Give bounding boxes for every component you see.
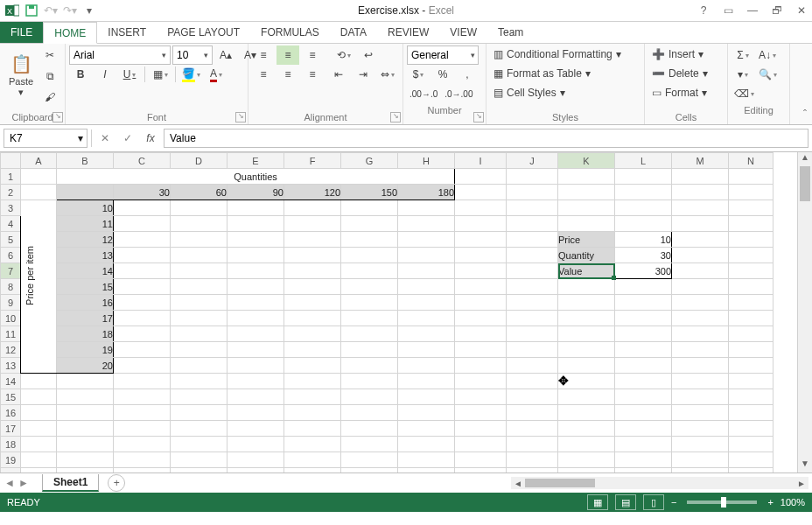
cell-E4[interactable] (228, 216, 284, 232)
cell-J15[interactable] (507, 389, 558, 405)
cell-I11[interactable] (455, 326, 507, 342)
cell-J10[interactable] (507, 311, 558, 326)
cell-L18[interactable] (615, 437, 672, 452)
cell-J13[interactable] (507, 358, 558, 374)
align-bottom-icon[interactable]: ≡ (301, 46, 324, 65)
cell-C20[interactable] (114, 468, 171, 473)
cell-E11[interactable] (228, 326, 284, 342)
increase-decimal-icon[interactable]: .00→.0 (407, 84, 440, 103)
cell-E5[interactable] (228, 232, 284, 248)
cell-I14[interactable] (455, 374, 507, 389)
cell-J12[interactable] (507, 342, 558, 358)
cell-G13[interactable] (341, 358, 398, 374)
cell-H7[interactable] (398, 263, 455, 279)
row-header-9[interactable]: 9 (1, 295, 21, 311)
cell-L19[interactable] (615, 452, 672, 468)
vertical-scrollbar[interactable]: ▲ ▼ (797, 152, 812, 472)
cell-J17[interactable] (507, 421, 558, 437)
cell-I9[interactable] (455, 295, 507, 311)
font-size-combo[interactable]: ▾ (172, 46, 213, 65)
cell-M20[interactable] (672, 468, 729, 473)
cell-G18[interactable] (341, 437, 398, 452)
cell-K4[interactable] (558, 216, 615, 232)
ribbon-display-icon[interactable]: ▭ (721, 4, 735, 17)
cell-F11[interactable] (284, 326, 341, 342)
col-header-B[interactable]: B (57, 153, 114, 169)
cell-E8[interactable] (228, 279, 284, 295)
col-header-I[interactable]: I (455, 153, 507, 169)
row-header-4[interactable]: 4 (1, 216, 21, 232)
format-painter-icon[interactable]: 🖌 (38, 88, 61, 107)
cell-K6[interactable]: Quantity (558, 248, 615, 263)
cell-L8[interactable] (615, 279, 672, 295)
cell-F18[interactable] (284, 437, 341, 452)
cell-D16[interactable] (171, 405, 228, 421)
row-header-17[interactable]: 17 (1, 421, 21, 437)
cell-H9[interactable] (398, 295, 455, 311)
cell-E13[interactable] (228, 358, 284, 374)
find-select-icon[interactable]: 🔍▾ (756, 65, 780, 84)
zoom-out-icon[interactable]: − (671, 497, 676, 508)
align-middle-icon[interactable]: ≡ (276, 46, 299, 65)
cell-M14[interactable] (672, 374, 729, 389)
alignment-launcher-icon[interactable]: ↘ (390, 112, 401, 122)
sheet-nav-prev-icon[interactable]: ◄ (4, 477, 16, 489)
cell-H6[interactable] (398, 248, 455, 263)
cell-B16[interactable] (57, 405, 114, 421)
cell-C12[interactable] (114, 342, 171, 358)
cell-F20[interactable] (284, 468, 341, 473)
cell-L2[interactable] (615, 185, 672, 200)
redo-icon[interactable]: ↷▾ (61, 2, 79, 19)
cell-C15[interactable] (114, 389, 171, 405)
cell-M16[interactable] (672, 405, 729, 421)
increase-indent-icon[interactable]: ⇥ (352, 65, 374, 84)
col-header-F[interactable]: F (284, 153, 341, 169)
cell-N12[interactable] (729, 342, 774, 358)
orientation-icon[interactable]: ⟲▾ (332, 46, 355, 65)
cell-E6[interactable] (228, 248, 284, 263)
cell-K12[interactable] (558, 342, 615, 358)
comma-format-icon[interactable]: , (456, 65, 479, 84)
cell-E2[interactable]: 90 (228, 185, 284, 200)
cell-F5[interactable] (284, 232, 341, 248)
cell-L11[interactable] (615, 326, 672, 342)
number-format[interactable] (408, 47, 467, 63)
cell-G7[interactable] (341, 263, 398, 279)
cell-J14[interactable] (507, 374, 558, 389)
cell-C5[interactable] (114, 232, 171, 248)
cell-I12[interactable] (455, 342, 507, 358)
zoom-in-icon[interactable]: + (767, 497, 773, 508)
cell-D8[interactable] (171, 279, 228, 295)
cell-D20[interactable] (171, 468, 228, 473)
col-header-N[interactable]: N (729, 153, 774, 169)
cell-N9[interactable] (729, 295, 774, 311)
enter-formula-icon[interactable]: ✓ (118, 129, 137, 148)
cell-B5[interactable]: 12 (57, 232, 114, 248)
cancel-formula-icon[interactable]: ✕ (95, 129, 115, 148)
name-box-input[interactable] (8, 131, 64, 145)
cell-J5[interactable] (507, 232, 558, 248)
cell-J3[interactable] (507, 200, 558, 216)
tab-page-layout[interactable]: PAGE LAYOUT (157, 22, 250, 43)
row-header-18[interactable]: 18 (1, 437, 21, 452)
cell-F4[interactable] (284, 216, 341, 232)
cell-H10[interactable] (398, 311, 455, 326)
cell-C6[interactable] (114, 248, 171, 263)
borders-icon[interactable]: ▦▾ (149, 65, 172, 84)
select-all-corner[interactable] (1, 153, 21, 169)
cell-K14[interactable] (558, 374, 615, 389)
sort-filter-icon[interactable]: A↓▾ (756, 46, 779, 65)
cell-B4[interactable]: 11 (57, 216, 114, 232)
cell-J4[interactable] (507, 216, 558, 232)
cell-A19[interactable] (21, 452, 57, 468)
cell-L6[interactable]: 30 (615, 248, 672, 263)
cell-B10[interactable]: 17 (57, 311, 114, 326)
cell-I17[interactable] (455, 421, 507, 437)
cell-L3[interactable] (615, 200, 672, 216)
view-page-break-icon[interactable]: ▯ (643, 494, 664, 510)
cell-B14[interactable] (57, 374, 114, 389)
cell-N5[interactable] (729, 232, 774, 248)
cell-B9[interactable]: 16 (57, 295, 114, 311)
decrease-decimal-icon[interactable]: .0→.00 (442, 84, 475, 103)
col-header-G[interactable]: G (341, 153, 398, 169)
